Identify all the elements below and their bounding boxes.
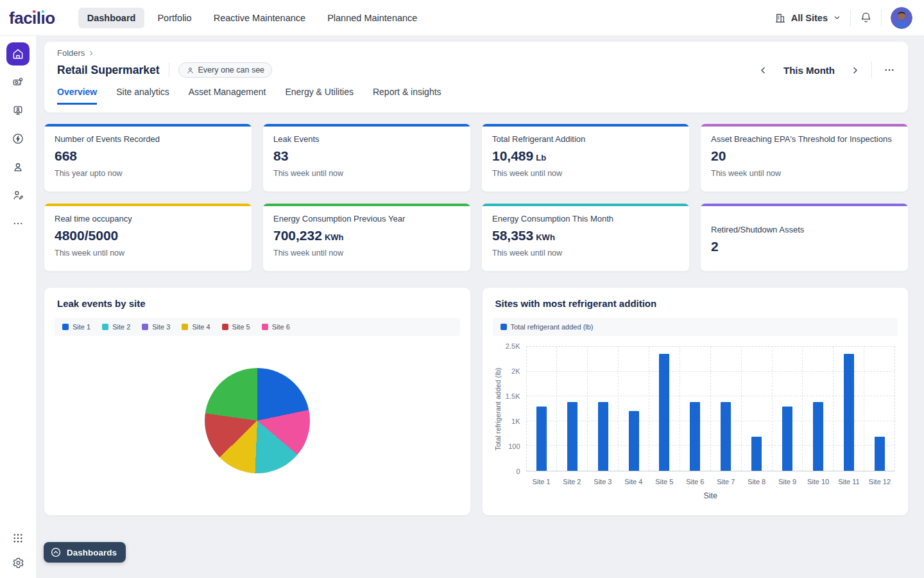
legend-label: Site 4 xyxy=(192,323,210,331)
bar-site-5 xyxy=(659,354,669,471)
pie-legend: Site 1Site 2Site 3Site 4Site 5Site 6 xyxy=(55,318,460,336)
bar-site-7 xyxy=(721,402,731,471)
bar-site-8 xyxy=(751,437,762,471)
bar-site-9 xyxy=(782,407,792,471)
kpi-card-total-refrigerant-addition: Total Refrigerant Addition10,489LbThis w… xyxy=(481,123,690,192)
tab-energy-utilities[interactable]: Energy & Utilities xyxy=(285,87,354,105)
page-title: Retail Supermarket xyxy=(57,64,160,77)
bar-slot-site-10 xyxy=(803,347,834,471)
period-label[interactable]: This Month xyxy=(780,65,839,76)
chevron-right-icon[interactable] xyxy=(850,66,860,75)
kpi-value: 58,353 xyxy=(492,228,533,243)
x-label-site-9: Site 9 xyxy=(772,478,803,486)
x-label-site-3: Site 3 xyxy=(587,478,618,486)
kpi-body: Asset Breaching EPA's Threshold for Insp… xyxy=(701,127,908,191)
bar-site-10 xyxy=(813,402,823,471)
sidebar-item-energy[interactable] xyxy=(6,127,30,150)
nav-item-reactive-maintenance[interactable]: Reactive Maintenance xyxy=(205,8,314,28)
notification-bell-icon[interactable] xyxy=(860,12,872,24)
x-label-site-10: Site 10 xyxy=(803,478,834,486)
main-content: Folders Retail Supermarket Every one can… xyxy=(36,36,924,578)
breadcrumb-folders[interactable]: Folders xyxy=(57,48,85,58)
bar-chart-title: Sites with most refrigerant addition xyxy=(495,298,896,309)
x-label-site-4: Site 4 xyxy=(618,478,649,486)
dashboard-tabs: OverviewSite analyticsAsset ManagementEn… xyxy=(57,87,895,105)
building-icon xyxy=(774,12,786,24)
kpi-card-energy-consumption-previous-year: Energy Consumption Previous Year700,232K… xyxy=(262,203,471,272)
kpi-value-row: 58,353KWh xyxy=(492,228,679,243)
bar-slot-site-1 xyxy=(527,347,558,471)
y-tick-label: 0 xyxy=(516,468,520,475)
legend-item-total-refrigerant-added-lb[interactable]: Total refrigerant added (lb) xyxy=(501,323,594,331)
nav-item-portfolio[interactable]: Portfolio xyxy=(148,8,200,28)
kpi-body: Number of Events Recorded668This year up… xyxy=(44,127,252,191)
legend-swatch xyxy=(182,324,188,330)
circle-chevron-up-icon xyxy=(50,547,62,558)
x-label-site-8: Site 8 xyxy=(741,478,772,486)
legend-item-site-1[interactable]: Site 1 xyxy=(62,323,90,331)
tenant-icon xyxy=(12,189,24,202)
dashboards-button[interactable]: Dashboards xyxy=(44,542,126,563)
kpi-subtitle: This week until now xyxy=(273,249,460,258)
sidebar-bottom xyxy=(12,532,24,569)
nav-item-dashboard[interactable]: Dashboard xyxy=(78,8,145,28)
kpi-title: Total Refrigerant Addition xyxy=(492,134,679,144)
settings-gear-icon[interactable] xyxy=(12,557,24,569)
legend-swatch xyxy=(501,324,507,330)
kpi-body: Energy Consumption Previous Year700,232K… xyxy=(263,206,470,271)
sidebar-item-tenant[interactable] xyxy=(6,184,30,207)
more-icon xyxy=(12,218,24,229)
bar-site-3 xyxy=(598,402,608,471)
site-selector[interactable]: All Sites xyxy=(774,12,841,24)
tab-site-analytics[interactable]: Site analytics xyxy=(116,87,169,105)
facilio-logo[interactable]: facılıo xyxy=(9,10,55,26)
x-axis-labels: Site 1Site 2Site 3Site 4Site 5Site 6Site… xyxy=(526,478,896,486)
equipment-icon xyxy=(12,76,24,89)
legend-item-site-2[interactable]: Site 2 xyxy=(102,323,130,331)
site-selector-label: All Sites xyxy=(791,13,828,23)
apps-grid-icon[interactable] xyxy=(12,532,24,544)
kpi-value: 83 xyxy=(273,148,288,164)
bar-slot-site-8 xyxy=(742,347,773,471)
x-axis-title: Site xyxy=(526,491,896,500)
legend-label: Site 6 xyxy=(272,323,290,331)
bar-site-11 xyxy=(844,354,854,471)
kpi-value: 2 xyxy=(711,239,719,254)
x-label-site-5: Site 5 xyxy=(649,478,680,486)
sidebar-item-visitor[interactable] xyxy=(6,155,30,179)
home-icon xyxy=(12,48,24,60)
divider xyxy=(871,62,872,78)
period-controls: This Month xyxy=(758,62,895,78)
sidebar-item-more[interactable] xyxy=(6,212,30,235)
kpi-unit: Lb xyxy=(536,153,546,162)
visitor-icon xyxy=(12,161,24,173)
tab-asset-management[interactable]: Asset Management xyxy=(189,87,266,105)
bar-site-1 xyxy=(536,407,547,471)
legend-label: Total refrigerant added (lb) xyxy=(511,323,594,331)
legend-item-site-3[interactable]: Site 3 xyxy=(142,323,170,331)
legend-item-site-5[interactable]: Site 5 xyxy=(222,323,250,331)
legend-item-site-6[interactable]: Site 6 xyxy=(262,323,290,331)
kpi-title: Energy Consumption Previous Year xyxy=(273,214,460,223)
tab-report-insights[interactable]: Report & insights xyxy=(373,87,441,105)
sidebar-item-equipment[interactable] xyxy=(6,71,30,94)
sidebar-item-kiosk[interactable] xyxy=(6,99,30,122)
y-tick-label: 2.5K xyxy=(506,342,520,350)
kpi-subtitle: This week until now xyxy=(492,169,679,178)
kpi-value: 4800/5000 xyxy=(55,228,118,243)
user-avatar[interactable] xyxy=(891,7,912,29)
divider xyxy=(881,10,882,26)
more-options-ellipsis-icon[interactable] xyxy=(884,64,895,76)
tab-overview[interactable]: Overview xyxy=(57,87,97,105)
nav-item-planned-maintenance[interactable]: Planned Maintenance xyxy=(318,8,426,28)
kpi-value: 668 xyxy=(55,148,77,164)
sidebar-item-home[interactable] xyxy=(6,42,30,66)
bar-site-6 xyxy=(690,402,700,471)
breadcrumb[interactable]: Folders xyxy=(57,48,895,58)
visibility-badge[interactable]: Every one can see xyxy=(178,62,273,78)
legend-item-site-4[interactable]: Site 4 xyxy=(182,323,210,331)
y-tick-label: 100 xyxy=(508,442,520,450)
chevron-left-icon[interactable] xyxy=(758,66,768,75)
kpi-card-leak-events: Leak Events83This week until now xyxy=(262,123,471,192)
kpi-value-row: 20 xyxy=(711,148,898,164)
